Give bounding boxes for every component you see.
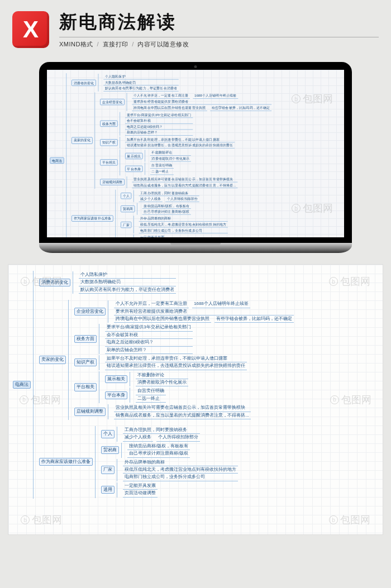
header-text: 新电商法解读 XMIND格式 / 直接打印 / 内容可以随意修改 [59, 10, 379, 49]
laptop-base [39, 243, 352, 253]
leaf: 二选一终止 [150, 169, 174, 175]
leaf: 自己寻求设计师注册商标/版权 [127, 450, 190, 457]
leaf: 自营卖任明确 [136, 388, 166, 395]
leaf: 个人不允许开店，一定要有工商注册 [114, 300, 189, 308]
node-rules[interactable]: 店铺规则调整 [100, 179, 125, 185]
leaf: 税低压低纯北天，考虑搬迁营业地点到有税收扶持的地方 [123, 466, 238, 474]
watermark: b包图网 [329, 513, 370, 527]
laptop-screen: 电商法 消费者的变化 个人隐私保护 大数据杀熟明确处罚 默认购买者有民事行为能力… [39, 62, 352, 243]
leaf: 一定能开具发票 [139, 235, 166, 237]
laptop-canvas: 电商法 消费者的变化 个人隐私保护 大数据杀熟明确处罚 默认购买者有民事行为能力… [47, 70, 344, 237]
xmind-logo-icon: X [12, 11, 49, 48]
leaf: 电商之后还能0税收吗？ [105, 339, 193, 346]
node-ip[interactable]: 知识产权 [100, 140, 118, 146]
leaf: 自营卖任明确 [150, 163, 174, 169]
leaf: 接纳货品商标/版权，有板板有 [127, 443, 190, 450]
leaf: 个人所得税扣除部分 [165, 196, 199, 202]
node-tax[interactable]: 税务方面 [100, 121, 118, 127]
leaf: 外存品牌单独的商标 [123, 459, 238, 466]
mindmap-full-panel: 电商法 消费者的变化 个人隐私保护 大数据杀熟明确处罚 默认购买者有民事行为能力… [8, 264, 383, 535]
leaf: 销售商品或者服务，应当以显着的方式提醒消费者注意，不得将搭... [114, 412, 251, 419]
leaf: 个人隐私保护 [103, 74, 179, 80]
leaf: 刷单的店铺会怎样？ [125, 130, 193, 136]
leaf: 要求平台/商家提供3年交易记录给相关部门 [125, 112, 193, 118]
mindmap-small: 电商法 消费者的变化 个人隐私保护 大数据杀熟明确处罚 默认购买者有民事行为能力… [47, 70, 308, 237]
leaf: 消费者能取消个性化展示 [136, 379, 188, 386]
node-general[interactable]: 通用 [101, 486, 115, 494]
mindmap-large: 电商法 消费者的变化 个人隐私保护 大数据杀熟明确处罚 默认购买者有民事行为能力… [8, 265, 383, 505]
leaf: 会不会破算补税 [105, 332, 193, 339]
leaf: 个人不允许开店，一定要有工商注册 [132, 93, 190, 99]
node-biz[interactable]: 企业经营变化 [74, 308, 106, 315]
leaf: 不能删除评论 [150, 150, 191, 156]
leaf: 错误通知需承担法律责任，去违规恶意投诉成损失的承担快赔排的责任 [105, 362, 247, 370]
leaf: 要求平台/商家提供3年交易记录给相关部门 [105, 324, 193, 331]
leaf: 有些字错会被弄，比如玛码，还不确定 [214, 315, 294, 323]
node-trader[interactable]: 贸易商 [101, 446, 119, 454]
node-factory[interactable]: 厂家 [101, 466, 115, 474]
node-display[interactable]: 展示相关 [105, 375, 127, 383]
leaf: 一定能开具发票 [123, 482, 158, 490]
leaf: 有些字错会被弄，比如玛码，还不确定 [210, 105, 271, 111]
page-title: 新电商法解读 [59, 10, 379, 35]
leaf: 外存品牌单独的商标 [139, 216, 228, 222]
leaf: 默认购买者有民事行为能力，举证责任在消费者 [79, 286, 176, 294]
node-prepare[interactable]: 作为商家应该做什么准备 [71, 215, 113, 222]
leaf: 个人所得税扣除部分 [156, 434, 200, 441]
leaf: 大数据杀熟明确处罚 [79, 279, 176, 286]
node-platform[interactable]: 平台相关 [100, 159, 118, 166]
leaf: 大数据杀熟明确处罚 [103, 80, 179, 86]
laptop-mockup: 电商法 消费者的变化 个人隐私保护 大数据杀熟明确处罚 默认购买者有民事行为能力… [39, 62, 352, 253]
node-ip[interactable]: 知识产权 [74, 358, 97, 366]
leaf: 会不会破算补税 [125, 118, 193, 124]
leaf: 页面活动做调整 [123, 490, 158, 497]
node-seller[interactable]: 卖家的变化 [39, 356, 66, 364]
node-personal[interactable]: 个人 [121, 193, 131, 199]
page-subtitle: XMIND格式 / 直接打印 / 内容可以随意修改 [59, 37, 379, 49]
leaf: 不能删除评论 [136, 372, 188, 379]
node-prepare[interactable]: 作为商家应该做什么准备 [39, 458, 93, 466]
divider-icon: / [97, 41, 99, 47]
subtitle-print: 直接打印 [103, 41, 128, 47]
leaf: 营业执照及相关许可需要在店铺首页公示，加店首页常需带换模块 [132, 176, 237, 183]
leaf: 接纳货品商标/版权，有板板有 [142, 203, 191, 209]
leaf: 跨境电商在中国以后在国外销售也需要营业执照 [132, 105, 207, 111]
leaf: 二选一终止 [136, 395, 166, 403]
leaf: 错误通知需承担法律责任，去违规恶意投诉成损失的承担快赔排的责任 [125, 142, 235, 149]
leaf: 如果平台不及时处理，承担连带责任，不能以申请人借口搪塞 [125, 137, 235, 143]
leaf: 电商部门独立成公司，业务拆分成多公司 [123, 474, 238, 481]
leaf: 如果平台不及时处理，承担连带责任，不能以申请人借口搪塞 [105, 355, 247, 362]
leaf: 跨境电商在中国以后在国外销售也需要营业执照 [114, 315, 211, 323]
leaf: 个人隐私保护 [79, 271, 176, 279]
node-factory[interactable]: 厂家 [121, 222, 131, 228]
leaf: 营业执照及相关许可需要在店铺首页公示，加店首页常需带换模块 [114, 404, 251, 412]
leaf: 税低压低纯北天，考虑搬迁营业地点到有税收扶持的地方 [139, 222, 228, 228]
leaf: 电商之后还能0税收吗？ [125, 124, 193, 130]
node-self[interactable]: 平台本身 [125, 165, 143, 172]
node-tax[interactable]: 税务方面 [74, 335, 97, 343]
leaf: 减少个人税务 [139, 196, 163, 202]
leaf: 1688个人店铺明年终止续签 [192, 300, 250, 308]
header-bar: X 新电商法解读 XMIND格式 / 直接打印 / 内容可以随意修改 [0, 0, 391, 56]
node-trader[interactable]: 贸易商 [121, 205, 135, 212]
leaf: 工商办理执照，同时要接纳税务 [123, 427, 200, 434]
node-consumer[interactable]: 消费者的变化 [71, 79, 96, 86]
leaf: 减少个人税务 [123, 434, 153, 441]
node-consumer[interactable]: 消费者的变化 [39, 279, 70, 286]
node-personal[interactable]: 个人 [101, 430, 115, 438]
node-platform[interactable]: 平台相关 [74, 383, 97, 391]
mindmap-root[interactable]: 电商法 [13, 381, 31, 389]
node-display[interactable]: 展示相关 [125, 152, 143, 159]
watermark: b包图网 [21, 513, 62, 527]
node-biz[interactable]: 企业经营变化 [100, 99, 125, 106]
node-self[interactable]: 平台本身 [105, 391, 127, 399]
mindmap-root[interactable]: 电商法 [50, 157, 64, 164]
leaf: 要求所有经营者能提供发票给消费者 [132, 99, 271, 105]
leaf: 销售商品或者服务，应当以显着的方式提醒消费者注意，不得将搭... [132, 182, 237, 188]
leaf: 1688个人店铺明年终止续签 [193, 93, 238, 99]
node-seller[interactable]: 卖家的变化 [71, 137, 93, 144]
leaf: 刷单的店铺会怎样？ [105, 347, 193, 354]
leaf: 要求所有经营者能提供发票给消费者 [114, 308, 294, 315]
node-rules[interactable]: 店铺规则调整 [74, 408, 106, 415]
leaf: 自己寻求设计师注册商标/版权 [142, 209, 191, 215]
